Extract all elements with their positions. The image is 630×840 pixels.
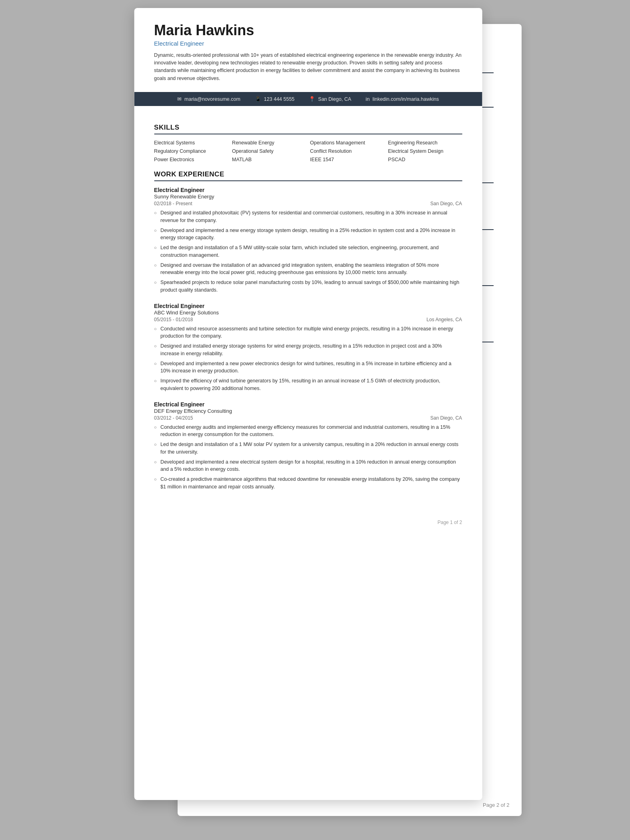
skill-10: IEEE 1547 (310, 157, 384, 162)
skill-8: Power Electronics (154, 157, 228, 162)
skill-2: Operations Management (310, 140, 384, 146)
page-1-main: Maria Hawkins Electrical Engineer Dynami… (134, 8, 482, 800)
resume-body: SKILLS Electrical Systems Renewable Ener… (134, 106, 482, 516)
bullet-1-3: Led the design and installation of a 5 M… (154, 244, 462, 259)
bullet-2-2: Designed and installed energy storage sy… (154, 342, 462, 358)
job-title-1: Electrical Engineer (154, 187, 462, 193)
bullets-2: Conducted wind resource assessments and … (154, 325, 462, 392)
bullet-3-4: Co-created a predictive maintenance algo… (154, 476, 462, 491)
linkedin-text: linkedin.com/in/maria.hawkins (372, 96, 439, 102)
skill-4: Regulatory Compliance (154, 148, 228, 154)
job-meta-1: 02/2018 - Present San Diego, CA (154, 201, 462, 206)
skill-3: Engineering Research (388, 140, 462, 146)
linkedin-icon: in (366, 96, 370, 102)
work-section-title: WORK EXPERIENCE (154, 170, 462, 181)
job-meta-2: 05/2015 - 01/2018 Los Angeles, CA (154, 317, 462, 322)
date-range-3: 03/2012 - 04/2015 (154, 415, 193, 421)
bullets-3: Conducted energy audits and implemented … (154, 424, 462, 491)
contact-bar: ✉ maria@novoresume.com 📱 123 444 5555 📍 … (134, 92, 482, 106)
work-entry-1: Electrical Engineer Sunny Renewable Ener… (154, 187, 462, 294)
location-icon: 📍 (309, 96, 315, 102)
skills-section-title: SKILLS (154, 124, 462, 134)
resume-header: Maria Hawkins Electrical Engineer Dynami… (134, 8, 482, 92)
location-text: San Diego, CA (318, 96, 351, 102)
contact-location: 📍 San Diego, CA (309, 96, 351, 102)
contact-linkedin: in linkedin.com/in/maria.hawkins (366, 96, 439, 102)
bullet-2-3: Developed and implemented a new power el… (154, 360, 462, 375)
candidate-title: Electrical Engineer (154, 40, 462, 47)
skill-5: Operational Safety (232, 148, 306, 154)
date-range-2: 05/2015 - 01/2018 (154, 317, 193, 322)
candidate-name: Maria Hawkins (154, 22, 462, 38)
bullet-1-5: Spearheaded projects to reduce solar pan… (154, 279, 462, 294)
job-title-3: Electrical Engineer (154, 401, 462, 408)
location-2: Los Angeles, CA (426, 317, 462, 322)
work-entry-2: Electrical Engineer ABC Wind Energy Solu… (154, 303, 462, 392)
location-3: San Diego, CA (430, 415, 462, 421)
email-icon: ✉ (177, 96, 182, 102)
bullet-3-3: Developed and implemented a new electric… (154, 458, 462, 474)
skills-grid: Electrical Systems Renewable Energy Oper… (154, 140, 462, 162)
company-3: DEF Energy Efficiency Consulting (154, 408, 462, 414)
company-2: ABC Wind Energy Solutions (154, 310, 462, 316)
contact-phone: 📱 123 444 5555 (255, 96, 294, 102)
skill-11: PSCAD (388, 157, 462, 162)
bullet-2-4: Improved the efficiency of wind turbine … (154, 377, 462, 392)
contact-email: ✉ maria@novoresume.com (177, 96, 240, 102)
bullet-1-4: Designed and oversaw the installation of… (154, 262, 462, 277)
skill-1: Renewable Energy (232, 140, 306, 146)
page-2-label: Page 2 of 2 (483, 802, 510, 808)
company-1: Sunny Renewable Energy (154, 194, 462, 200)
phone-icon: 📱 (255, 96, 261, 102)
candidate-summary: Dynamic, results-oriented professional w… (154, 52, 462, 83)
location-1: San Diego, CA (430, 201, 462, 206)
skill-7: Electrical System Design (388, 148, 462, 154)
email-text: maria@novoresume.com (184, 96, 240, 102)
job-meta-3: 03/2012 - 04/2015 San Diego, CA (154, 415, 462, 421)
skill-0: Electrical Systems (154, 140, 228, 146)
work-entry-3: Electrical Engineer DEF Energy Efficienc… (154, 401, 462, 491)
page-1-label: Page 1 of 2 (134, 516, 482, 532)
phone-text: 123 444 5555 (264, 96, 294, 102)
bullet-3-1: Conducted energy audits and implemented … (154, 424, 462, 439)
bullet-1-1: Designed and installed photovoltaic (PV)… (154, 209, 462, 224)
page-wrapper: EDU... Mas... San D... VOL... Volu... Sa… (0, 0, 630, 840)
skill-6: Conflict Resolution (310, 148, 384, 154)
date-range-1: 02/2018 - Present (154, 201, 192, 206)
bullet-1-2: Developed and implemented a new energy s… (154, 227, 462, 242)
bullet-2-1: Conducted wind resource assessments and … (154, 325, 462, 340)
bullet-3-2: Led the design and installation of a 1 M… (154, 441, 462, 456)
skill-9: MATLAB (232, 157, 306, 162)
bullets-1: Designed and installed photovoltaic (PV)… (154, 209, 462, 294)
job-title-2: Electrical Engineer (154, 303, 462, 309)
